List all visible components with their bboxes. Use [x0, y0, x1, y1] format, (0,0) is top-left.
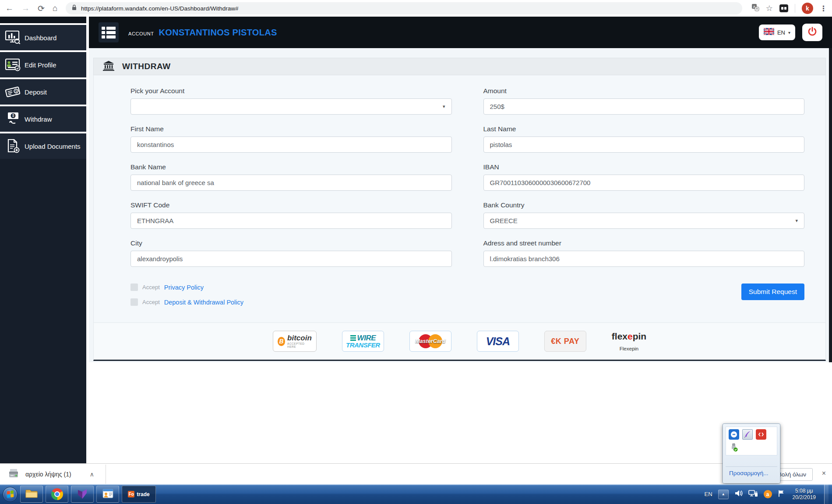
- bitcoin-sublabel: ACCEPTED HERE: [287, 343, 312, 348]
- download-bar-divider: [106, 465, 106, 484]
- flexepin-wordmark: flexepin: [612, 332, 646, 341]
- download-item-chevron-icon[interactable]: ∧: [90, 471, 94, 478]
- show-hidden-icons-button[interactable]: ▲: [718, 490, 729, 499]
- app-window: Dashboard Edit Profile $ Deposit $ Withd…: [0, 17, 832, 463]
- taskbar-fortrade-button[interactable]: Fo trade: [122, 486, 156, 503]
- sidebar-item-dashboard[interactable]: Dashboard: [0, 23, 86, 50]
- field-city: City: [130, 239, 452, 267]
- back-button[interactable]: ←: [5, 4, 14, 13]
- taskbar-chrome-button[interactable]: [46, 486, 68, 503]
- address-label: Adress and street number: [483, 239, 805, 247]
- extension-icon[interactable]: [779, 4, 788, 12]
- clock-time: 5:08 μμ: [795, 488, 813, 494]
- first-name-input[interactable]: [130, 136, 452, 153]
- volume-icon[interactable]: [734, 490, 743, 499]
- sidebar-item-edit-profile[interactable]: Edit Profile: [0, 50, 86, 77]
- privacy-policy-checkbox[interactable]: [130, 284, 138, 291]
- amount-input[interactable]: [483, 98, 805, 115]
- pick-account-label: Pick your Account: [130, 87, 452, 95]
- sidebar-item-label: Upload Documents: [25, 143, 81, 150]
- language-selector[interactable]: EN ▾: [759, 24, 795, 40]
- wire-transfer-logo: WIRE TRANSFER: [342, 331, 384, 352]
- page-title: WITHDRAW: [122, 62, 171, 71]
- home-button[interactable]: ⌂: [53, 4, 57, 13]
- bank-country-select[interactable]: GREECE ▾: [483, 213, 805, 229]
- start-button[interactable]: [3, 487, 18, 502]
- caret-down-icon: ▾: [788, 30, 790, 35]
- accept-label: Accept: [142, 284, 160, 290]
- privacy-policy-link[interactable]: Privacy Policy: [164, 284, 204, 291]
- withdrawal-policy-link[interactable]: Deposit & Withdrawal Policy: [164, 299, 243, 306]
- last-name-input[interactable]: [483, 136, 805, 153]
- mastercard-logo: MasterCard: [409, 331, 451, 352]
- bitcoin-label: bitcoin: [287, 334, 312, 342]
- swift-input[interactable]: [130, 213, 452, 229]
- tray-overflow-popup: Προσαρμογή...: [723, 424, 780, 483]
- sidebar-item-upload-documents[interactable]: Upload Documents: [0, 132, 86, 159]
- tray-customize-link[interactable]: Προσαρμογή...: [729, 470, 769, 476]
- network-icon[interactable]: [748, 490, 758, 499]
- avast-tray-icon[interactable]: a: [764, 490, 772, 498]
- power-icon: [807, 26, 818, 38]
- download-bar-close-icon[interactable]: ×: [822, 469, 826, 477]
- swift-label: SWIFT Code: [130, 201, 452, 209]
- payment-methods-strip: B bitcoin ACCEPTED HERE WIRE TRANSFER: [93, 322, 826, 361]
- dashboard-icon: [4, 29, 21, 46]
- taskbar-explorer-button[interactable]: [20, 486, 43, 503]
- bank-name-label: Bank Name: [130, 163, 452, 171]
- download-item[interactable]: αρχείο λήψης (1): [25, 471, 71, 478]
- browser-menu-icon[interactable]: ⋮: [820, 4, 828, 13]
- menu-toggle-button[interactable]: [99, 22, 119, 42]
- teamviewer-tray-icon[interactable]: [729, 429, 739, 440]
- iban-input[interactable]: [483, 175, 805, 191]
- sidebar-item-label: Dashboard: [25, 34, 56, 42]
- fortrade-label: trade: [137, 491, 149, 497]
- account-name: KONSTANTINOS PISTOLAS: [159, 28, 277, 38]
- tray-language-indicator[interactable]: EN: [705, 491, 712, 497]
- contacts-app-icon: [102, 488, 114, 500]
- edit-profile-icon: [4, 56, 21, 73]
- visa-logo: VISA: [477, 331, 519, 352]
- pick-account-select[interactable]: ▾: [130, 98, 452, 115]
- taskbar-contacts-app-button[interactable]: [96, 486, 119, 503]
- field-pick-account: Pick your Account ▾: [130, 87, 452, 115]
- sidebar-item-label: Withdraw: [25, 116, 52, 123]
- uk-flag-icon: [764, 28, 774, 37]
- red-app-tray-icon[interactable]: [756, 429, 766, 440]
- pen-tray-icon[interactable]: [742, 429, 753, 440]
- first-name-label: First Name: [130, 125, 452, 133]
- show-desktop-button[interactable]: [824, 484, 828, 504]
- address-input[interactable]: [483, 251, 805, 267]
- address-bar[interactable]: https://plataform.wandafx.com/en-US/Dash…: [66, 2, 742, 14]
- field-address: Adress and street number: [483, 239, 805, 267]
- field-first-name: First Name: [130, 125, 452, 153]
- translate-icon[interactable]: A: [751, 4, 759, 13]
- action-center-flag-icon[interactable]: [778, 490, 784, 499]
- usb-device-tray-icon[interactable]: [729, 442, 739, 453]
- taskbar-purple-app-button[interactable]: [71, 486, 94, 503]
- taskbar-clock[interactable]: 5:08 μμ 20/2/2019: [793, 488, 816, 501]
- privacy-policy-row: Accept Privacy Policy: [130, 284, 243, 291]
- sidebar-item-label: Edit Profile: [25, 61, 56, 69]
- city-input[interactable]: [130, 251, 452, 267]
- caret-down-icon: ▾: [443, 104, 445, 109]
- submit-request-button[interactable]: Submit Request: [741, 284, 804, 300]
- flexepin-caption: Flexepin: [620, 346, 638, 351]
- bookmark-star-icon[interactable]: ☆: [766, 4, 773, 13]
- sidebar-item-withdraw[interactable]: $ Withdraw: [0, 105, 86, 132]
- purple-app-icon: [77, 488, 88, 501]
- caret-down-icon: ▾: [795, 218, 798, 224]
- bank-name-input[interactable]: [130, 175, 452, 191]
- system-tray: EN ▲ a 5:08 μμ 20/2/2019: [705, 484, 832, 504]
- withdrawal-policy-checkbox[interactable]: [130, 298, 138, 306]
- withdraw-icon: $: [4, 111, 21, 127]
- amount-label: Amount: [483, 87, 805, 95]
- profile-avatar[interactable]: k: [802, 3, 813, 14]
- upload-documents-icon: [4, 138, 21, 154]
- sidebar-item-deposit[interactable]: $ Deposit: [0, 77, 86, 105]
- logout-button[interactable]: [802, 24, 822, 41]
- okpay-logo: €K PAY: [544, 331, 586, 352]
- forward-button[interactable]: →: [21, 4, 30, 13]
- refresh-button[interactable]: ⟳: [38, 4, 45, 14]
- main-content: WITHDRAW Pick your Account ▾ Amount: [89, 48, 832, 463]
